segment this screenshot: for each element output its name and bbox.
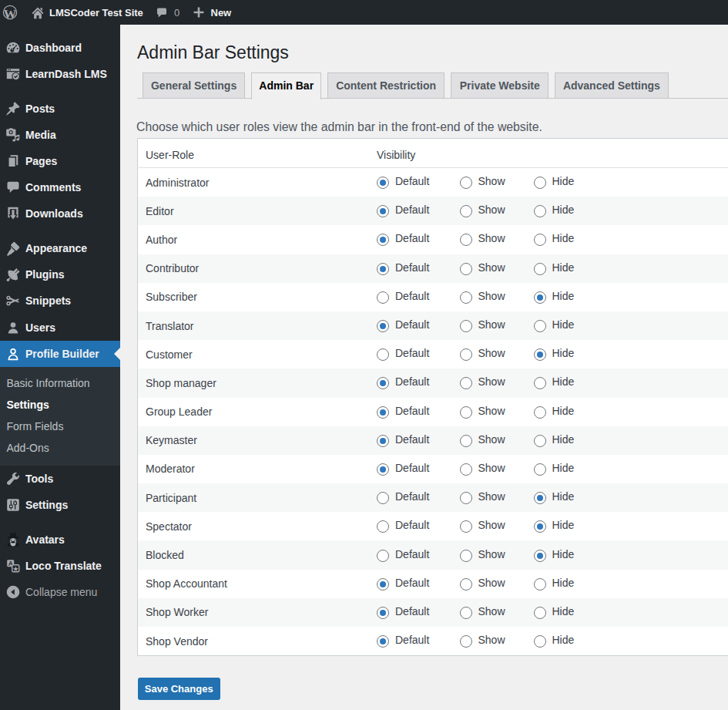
svg-text:W: W	[4, 7, 17, 20]
svg-text:★: ★	[12, 565, 18, 573]
